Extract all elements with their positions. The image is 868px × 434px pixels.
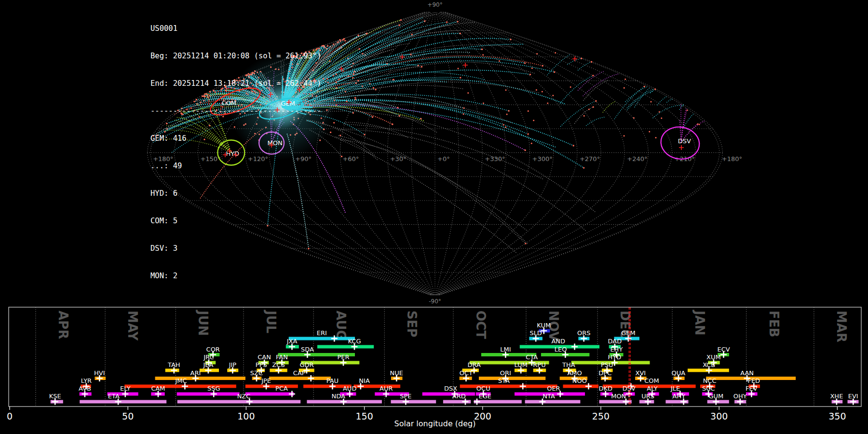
shower-label-DSX: DSX: [444, 385, 457, 392]
shower-bar-NZC: [177, 400, 301, 404]
count-com: COM: 5: [150, 217, 322, 226]
month-label-JAN: JAN: [692, 310, 707, 336]
shower-label-CAP: CAP: [293, 369, 306, 377]
shower-label-DAD: DAD: [608, 338, 622, 345]
shower-label-NTA: NTA: [542, 393, 555, 400]
shower-label-AAN: AAN: [740, 369, 754, 377]
shower-bar-EGE: [474, 400, 522, 404]
radiant-cross: [679, 145, 684, 150]
shower-label-FAN: FAN: [276, 353, 288, 361]
shower-bar-SSG: [177, 393, 240, 396]
shower-peak-PCA: [289, 391, 295, 397]
count-mon: MON: 2: [150, 271, 322, 281]
shower-label-XHE: XHE: [830, 393, 843, 400]
shower-label-ZCS: ZCS: [272, 361, 285, 368]
shower-label-PPS: PPS: [256, 361, 267, 368]
shower-label-KUM: KUM: [537, 322, 551, 329]
shower-label-ECV: ECV: [717, 346, 730, 353]
shower-label-STA: STA: [498, 377, 510, 384]
shower-label-DRA: DRA: [467, 361, 481, 368]
shower-label-EHY: EHY: [610, 346, 623, 353]
month-label-APR: APR: [56, 311, 70, 339]
shower-label-ERI: ERI: [317, 329, 327, 337]
shower-label-NDA: NDA: [331, 393, 345, 400]
shower-label-PSU: PSU: [601, 361, 613, 368]
shower-label-PAU: PAU: [326, 377, 339, 384]
count-gem: GEM: 416: [150, 134, 322, 143]
shower-label-CTA: CTA: [526, 353, 538, 361]
shower-label-HVI: HVI: [94, 369, 105, 377]
ra-axis-label: +180°: [722, 155, 742, 163]
shower-bar-SPE: [391, 400, 436, 404]
shower-label-AHY: AHY: [673, 393, 686, 400]
shower-peak-AND: [571, 344, 578, 350]
x-tick-label-50: 50: [122, 411, 134, 421]
shower-peak-STA: [520, 383, 526, 390]
shower-label-THA: THA: [562, 361, 575, 368]
shower-label-GUM: GUM: [708, 393, 723, 400]
shower-bar-KCG: [317, 345, 374, 349]
timeline-row-7: LYRJMCJPEPAUNIASTANOOCOMNCCFED: [81, 377, 760, 390]
shower-label-ELY: ELY: [120, 385, 131, 392]
shower-label-EGE: EGE: [478, 393, 491, 400]
shower-bar-STA: [460, 385, 557, 388]
shower-label-PCA: PCA: [275, 385, 288, 392]
shower-label-LUM: LUM: [515, 361, 528, 368]
shower-label-RPU: RPU: [533, 361, 545, 368]
shower-label-HYD: HYD: [608, 353, 622, 361]
shower-label-ETA: ETA: [108, 393, 120, 400]
ra-axis-label: +300°: [532, 155, 553, 163]
shower-label-PER: PER: [337, 353, 349, 361]
scene-canvas: +180°+150°+120°+90°+60°+30°+0°+330°+300°…: [0, 0, 868, 434]
shower-label-URS: URS: [641, 393, 654, 400]
shower-label-JLE: JLE: [670, 385, 680, 392]
shower-bar-JPE: [245, 385, 298, 388]
shower-label-SLD: SLD: [529, 329, 542, 337]
shower-label-OER: OER: [547, 385, 560, 392]
shower-label-SCC: SCC: [702, 385, 715, 392]
month-label-AUG: AUG: [334, 311, 348, 340]
shower-label-JIP: JIP: [229, 361, 237, 368]
shower-bar-ETA: [80, 400, 166, 404]
month-label-MAR: MAR: [834, 311, 849, 342]
shower-label-JMC: JMC: [175, 377, 187, 384]
shower-label-COM: COM: [644, 377, 659, 384]
shower-label-LMI: LMI: [500, 346, 511, 353]
shower-label-QUA: QUA: [672, 369, 686, 377]
shower-bar-ERI: [289, 337, 355, 340]
south-pole-label: -90°: [429, 298, 441, 305]
north-pole-label: +90°: [427, 1, 442, 8]
shower-bar-NTA: [525, 400, 581, 404]
count-dsv: DSV: 3: [150, 244, 322, 253]
shower-label-NZC: NZC: [237, 393, 251, 400]
shower-label-LEO: LEO: [555, 346, 567, 353]
shower-label-OCU: OCU: [476, 385, 490, 392]
shower-bar-ARI: [155, 377, 245, 380]
x-tick-label-300: 300: [710, 411, 728, 421]
shower-label-COR: COR: [206, 346, 220, 353]
shower-label-AUD: AUD: [343, 385, 356, 392]
shower-label-DKD: DKD: [599, 385, 613, 392]
session-begin: Beg: 20251214 01:20:08 (sol = 261.93°): [150, 52, 322, 61]
timeline-row-9: KSEETANZCNDASPEARDEGENTAMONURSAHYGUMOHYX…: [49, 393, 859, 405]
shower-label-FED: FED: [747, 377, 760, 384]
shower-label-LYR: LYR: [81, 377, 92, 384]
shower-label-SPE: SPE: [400, 393, 411, 400]
month-label-FEB: FEB: [767, 311, 781, 337]
count-hyd: HYD: 6: [150, 189, 322, 198]
shower-label-ARD: ARD: [452, 393, 466, 400]
shower-label-KSE: KSE: [49, 393, 61, 400]
shower-label-JXA: JXA: [286, 338, 298, 345]
shower-label-DPC: DPC: [598, 369, 611, 377]
shower-bar-CAP: [269, 377, 331, 380]
shower-label-JPE: JPE: [261, 377, 271, 384]
month-label-OCT: OCT: [474, 311, 488, 339]
radiant-cross: [463, 63, 468, 68]
shower-label-GEM: GEM: [621, 329, 636, 337]
month-label-JUL: JUL: [264, 310, 278, 333]
map-shower-label-DSV: DSV: [678, 137, 691, 145]
radiant-viewer-screen: +180°+150°+120°+90°+60°+30°+0°+330°+300°…: [0, 0, 868, 434]
shower-label-XCB: XCB: [703, 361, 715, 368]
shower-peak-CAP: [308, 375, 314, 381]
shower-label-XVI: XVI: [636, 369, 646, 377]
